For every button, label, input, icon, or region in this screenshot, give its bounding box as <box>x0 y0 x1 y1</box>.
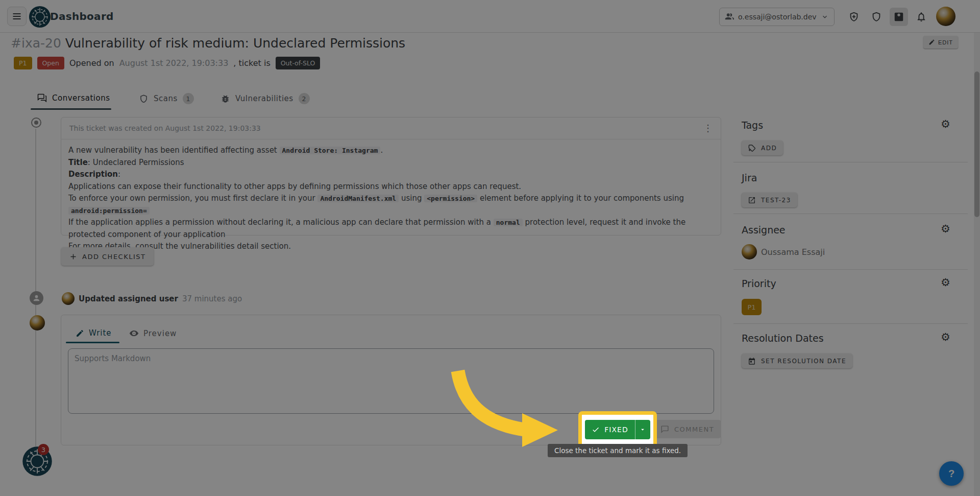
page-title: Dashboard <box>50 10 114 22</box>
contact-badge-icon <box>893 11 904 22</box>
add-checklist-button[interactable]: ADD CHECKLIST <box>61 247 154 266</box>
slo-badge: Out-of-SLO <box>276 57 321 69</box>
user-avatar[interactable] <box>936 7 955 26</box>
description-label: Description <box>68 170 118 179</box>
tab-scans[interactable]: Scans 1 <box>139 93 194 104</box>
tab-count-badge: 2 <box>299 93 310 104</box>
assignee-avatar <box>742 244 757 259</box>
add-tag-label: ADD <box>761 145 777 152</box>
active-tab-underline <box>31 108 111 110</box>
write-label: Write <box>89 328 112 338</box>
body-line-description-label: Description: <box>68 169 714 181</box>
bug-icon <box>220 94 230 104</box>
shield-plus-icon <box>848 11 860 22</box>
calendar-icon <box>748 357 756 365</box>
edit-button[interactable]: EDIT <box>923 36 958 49</box>
section-divider <box>733 214 968 214</box>
add-tag-button[interactable]: ADD <box>742 140 783 155</box>
assignee-settings-gear-icon[interactable]: ⚙ <box>941 224 950 234</box>
creation-card-header: This ticket was created on August 1st 20… <box>61 117 721 139</box>
assignee-section-title: Assignee <box>742 224 786 235</box>
write-tab-underline <box>66 342 119 343</box>
kebab-menu[interactable]: ⋮ <box>703 124 713 133</box>
scrollbar-thumb[interactable] <box>974 72 979 217</box>
p2-pre: To enforce your own permission, you must… <box>68 194 315 203</box>
p2-mid2: element before applying it to your compo… <box>480 194 684 203</box>
event-text: Updated assigned user <box>79 294 178 303</box>
event-avatar <box>62 292 75 305</box>
body-paragraph-4: For more details, consult the vulnerabil… <box>68 241 714 253</box>
section-divider <box>733 323 968 324</box>
tab-conversations[interactable]: Conversations <box>37 93 110 103</box>
priority-badge: P1 <box>14 57 32 69</box>
fixed-dropdown-toggle[interactable] <box>635 420 650 439</box>
priority-value-chip: P1 <box>742 299 762 315</box>
comment-button[interactable]: COMMENT <box>653 420 721 438</box>
p3-pre: If the application applies a permission … <box>68 218 491 227</box>
title-value: : Undeclared Permissions <box>88 158 184 167</box>
eye-icon <box>129 328 139 338</box>
set-resolution-date-label: SET RESOLUTION DATE <box>761 358 846 365</box>
app-root: Dashboard o.essaji@ostorlab.dev #ixa-20 … <box>0 0 980 496</box>
priority-settings-gear-icon[interactable]: ⚙ <box>941 277 950 288</box>
plus-icon <box>69 253 77 261</box>
jira-section-title: Jira <box>742 172 757 183</box>
fixed-button[interactable]: FIXED <box>585 420 635 439</box>
notifications-button[interactable] <box>912 8 930 26</box>
new-scan-button[interactable] <box>845 8 863 26</box>
resolution-settings-gear-icon[interactable]: ⚙ <box>941 332 950 343</box>
timeline-dot <box>31 117 41 128</box>
assignee-name: Oussama Essaji <box>761 247 825 257</box>
check-icon <box>592 426 600 434</box>
section-divider <box>733 269 968 270</box>
organization-selector[interactable]: o.essaji@ostorlab.dev <box>719 8 835 26</box>
add-checklist-label: ADD CHECKLIST <box>82 253 145 261</box>
chat-icon <box>37 93 47 103</box>
ostorlab-logo[interactable] <box>29 6 51 28</box>
p3-code: normal <box>494 219 523 226</box>
p2-code1: AndroidManifest.xml <box>317 195 399 202</box>
notification-count-badge: 3 <box>38 444 49 455</box>
body-paragraph-3: If the application applies a permission … <box>68 217 714 241</box>
timeline-line <box>35 129 36 446</box>
comment-textarea[interactable] <box>68 348 714 414</box>
tab-write[interactable]: Write <box>76 328 112 338</box>
preview-label: Preview <box>143 329 177 338</box>
fixed-split-button: FIXED <box>585 420 650 439</box>
tour-tooltip: Close the ticket and mark it as fixed. <box>548 444 688 457</box>
p2-mid1: using <box>401 194 422 203</box>
scans-nav-button[interactable] <box>867 8 886 26</box>
tab-count-badge: 1 <box>183 93 194 104</box>
tags-settings-gear-icon[interactable]: ⚙ <box>941 119 950 130</box>
status-badge: Open <box>37 57 64 69</box>
tag-plus-icon <box>748 144 756 152</box>
body-paragraph-2: To enforce your own permission, you must… <box>68 193 714 217</box>
asset-code: Android Store: Instagram <box>280 147 381 154</box>
jira-issue-label: TEST-23 <box>761 197 791 204</box>
menu-button[interactable] <box>7 7 27 26</box>
set-resolution-date-button[interactable]: SET RESOLUTION DATE <box>742 353 852 368</box>
tab-vulnerabilities[interactable]: Vulnerabilities 2 <box>220 93 310 104</box>
ticket-title-text: Vulnerability of risk medium: Undeclared… <box>65 36 405 51</box>
jira-issue-link[interactable]: TEST-23 <box>742 193 797 207</box>
opened-suffix: , ticket is <box>233 58 270 68</box>
edit-label: EDIT <box>938 39 953 45</box>
pencil-icon <box>928 39 935 45</box>
help-button[interactable]: ? <box>939 461 964 486</box>
opened-prefix: Opened on <box>69 58 114 68</box>
asset-text: A new vulnerability has been identified … <box>68 146 277 155</box>
people-icon <box>725 12 734 21</box>
account-email: o.essaji@ostorlab.dev <box>738 13 817 21</box>
event-row: Updated assigned user 37 minutes ago <box>62 292 242 305</box>
tags-section-title: Tags <box>742 120 763 131</box>
bell-icon <box>916 11 927 22</box>
shield-icon <box>139 94 149 104</box>
timeline-user-avatar <box>30 315 45 330</box>
p2-code3: android:permission= <box>68 207 150 215</box>
section-divider <box>733 162 968 162</box>
tickets-nav-button[interactable] <box>890 8 908 26</box>
caret-down-icon <box>639 426 646 433</box>
top-navbar: Dashboard o.essaji@ostorlab.dev <box>0 0 980 33</box>
external-link-icon <box>748 196 756 204</box>
tab-preview[interactable]: Preview <box>129 328 177 338</box>
